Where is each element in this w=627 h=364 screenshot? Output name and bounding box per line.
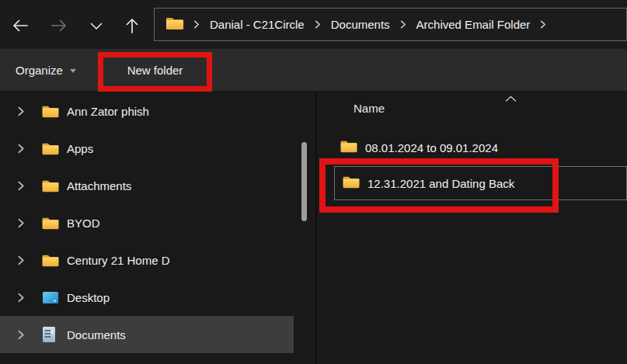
navigation-pane: Ann Zator phish Apps Attachments BYOD [0,91,315,364]
chevron-down-icon [90,21,103,33]
folder-icon [340,139,358,156]
navigation-bar: Danial - C21Circle Documents Archived Em… [0,0,627,49]
sidebar-item-label: BYOD [67,217,100,230]
sidebar-item-century-21-home-d[interactable]: Century 21 Home D [0,241,294,279]
sidebar-item-label: Ann Zator phish [67,105,149,118]
chevron-right-icon [185,20,208,29]
caret-down-icon [70,69,76,73]
folder-icon [41,141,60,156]
folder-icon [41,253,60,268]
breadcrumb-item-archived-email-folder[interactable]: Archived Email Folder [415,18,532,31]
sidebar-item-label: Attachments [67,179,131,192]
chevron-right-icon[interactable] [17,330,26,340]
recent-locations-button[interactable] [85,16,107,36]
folder-icon [41,179,60,193]
sidebar-scrollbar-thumb[interactable] [301,142,307,221]
folder-icon [165,16,185,33]
command-toolbar: Organize New folder [0,49,627,91]
sidebar-item-documents[interactable]: Documents [0,316,294,353]
chevron-right-icon [306,20,329,29]
file-name: 08.01.2024 to 09.01.2024 [365,141,498,154]
arrow-right-icon [51,19,68,35]
chevron-right-icon[interactable] [17,218,26,228]
forward-button[interactable] [48,16,70,36]
breadcrumb-item-documents[interactable]: Documents [329,18,392,31]
explorer-body: Ann Zator phish Apps Attachments BYOD [0,91,627,364]
breadcrumb-item-drive[interactable]: Danial - C21Circle [208,18,306,31]
arrow-up-icon [125,17,139,36]
folder-icon [41,104,60,119]
folder-icon [41,216,60,231]
sidebar-item-label: Century 21 Home D [67,254,170,267]
sidebar-item-attachments[interactable]: Attachments [0,167,294,204]
organize-label: Organize [16,64,63,77]
column-header-name[interactable]: Name [354,102,385,115]
chevron-right-icon [392,20,415,29]
file-list-panel: Name 08.01.2024 to 09.01.2024 12.31.2021… [317,91,627,364]
folder-icon [342,175,361,192]
sidebar-item-byod[interactable]: BYOD [0,204,294,241]
organize-menu-button[interactable]: Organize [16,49,76,91]
file-explorer-window: Danial - C21Circle Documents Archived Em… [0,0,627,364]
new-folder-button[interactable]: New folder [98,52,212,88]
sidebar-item-desktop[interactable]: Desktop [0,279,294,316]
chevron-right-icon[interactable] [17,144,26,154]
sidebar-item-label: Apps [67,142,93,155]
chevron-right-icon[interactable] [17,106,26,116]
up-button[interactable] [121,16,143,36]
file-row[interactable]: 08.01.2024 to 09.01.2024 [340,139,498,156]
sort-ascending-icon[interactable] [505,92,517,105]
sidebar-item-label: Desktop [67,291,110,304]
chevron-right-icon[interactable] [531,20,555,29]
file-name: 12.31.2021 and Dating Back [367,177,514,190]
documents-icon [41,326,60,343]
arrow-left-icon [12,19,29,35]
sidebar-item-ann-zator-phish[interactable]: Ann Zator phish [0,92,294,130]
file-row[interactable]: 12.31.2021 and Dating Back [342,175,514,192]
chevron-right-icon[interactable] [17,293,26,303]
sidebar-item-label: Documents [67,328,126,341]
desktop-icon [41,290,60,305]
sidebar-item-apps[interactable]: Apps [0,130,294,167]
back-button[interactable] [9,16,31,36]
chevron-right-icon[interactable] [17,181,26,191]
address-bar[interactable]: Danial - C21Circle Documents Archived Em… [154,8,627,41]
chevron-right-icon[interactable] [17,255,26,265]
